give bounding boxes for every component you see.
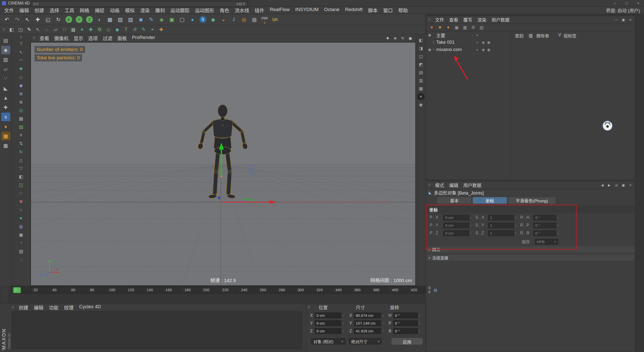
stepper-icon[interactable]: ↕ [470, 231, 471, 235]
collapsed-section[interactable]: ▸ 四元 [426, 246, 635, 253]
workplane-icon[interactable]: ▱ [1, 65, 10, 73]
gear-tool-icon[interactable]: ⚙ [96, 26, 104, 33]
menu-item[interactable]: 选择 [47, 7, 62, 14]
s-input[interactable]: 1 [488, 223, 514, 228]
rotation-input[interactable]: 0 ° [393, 313, 418, 318]
y-axis-lock-icon[interactable]: Y [74, 15, 84, 24]
stepper-icon[interactable]: ↕ [419, 314, 420, 317]
material-menu-item[interactable]: 创建 [16, 304, 31, 311]
loop-cut-icon[interactable]: ◎ [17, 106, 25, 114]
search-icon[interactable]: ◎ [614, 183, 619, 188]
stepper-icon[interactable]: ↕ [515, 231, 516, 235]
child-take-icon[interactable]: ■ [437, 24, 443, 30]
realflow-icon[interactable]: S [198, 15, 208, 24]
menu-item[interactable]: 角色 [217, 7, 232, 14]
knife-tool-icon[interactable]: ◇ [17, 73, 25, 81]
star-tool-icon[interactable]: ✶ [78, 26, 86, 33]
stepper-icon[interactable]: ↕ [382, 322, 384, 325]
timeline-ruler[interactable]: 0204060801001201401601802002202402602803… [12, 286, 425, 294]
top-view-icon[interactable]: ◩ [417, 61, 425, 68]
plane-tool-icon[interactable]: ▣ [17, 231, 25, 239]
takes-menu-item[interactable]: 查看 [447, 16, 461, 23]
snap-enabled-icon[interactable]: S [1, 113, 10, 121]
stepper-icon[interactable]: ↕ [342, 314, 344, 317]
take-row[interactable]: ⊗ └ mixamo.com ● ◉ ▣ [426, 46, 512, 53]
layout-icon[interactable]: ◧ [8, 26, 16, 33]
dual-view-icon[interactable]: ◨ [417, 45, 425, 52]
subdivision-surface-icon[interactable]: ◈ [157, 15, 166, 24]
half-tool-icon[interactable]: ◧ [17, 173, 25, 181]
menu-item[interactable]: 帮助 [395, 7, 411, 14]
loop-tool-icon[interactable]: ↺ [131, 26, 139, 33]
make-editable-icon[interactable]: ▤ [1, 36, 10, 45]
help-icon[interactable]: ? [17, 40, 25, 48]
quarter-tool-icon[interactable]: ◔ [17, 239, 25, 247]
add-tool-icon[interactable]: ✚ [17, 65, 25, 73]
viewport-menu-item[interactable]: ProRender [130, 35, 158, 41]
marquee-icon[interactable]: ▱ [52, 26, 60, 33]
psr-badge[interactable]: PSR0 [260, 15, 269, 24]
z-axis-lock-icon[interactable]: Z [85, 15, 94, 24]
menu-item[interactable]: 工具 [62, 7, 77, 14]
takes-menu-item[interactable]: 覆写 [461, 16, 475, 23]
viewport-canvas[interactable]: Number of emitters: 0 Total live particl… [31, 42, 416, 286]
menu-item[interactable]: 运动跟踪 [168, 7, 192, 14]
tri-tool-icon[interactable]: △ [17, 156, 25, 164]
takes-grip[interactable]: ⠿ [428, 18, 431, 22]
stepper-icon[interactable]: ↕ [557, 216, 558, 219]
select-tool-icon[interactable]: ↖ [17, 48, 25, 56]
menu-item[interactable]: 窗口 [380, 7, 395, 14]
x-axis-lock-icon[interactable]: X [64, 15, 73, 24]
take-camera-icon[interactable]: ◉ [480, 40, 486, 44]
polygon-pen-icon[interactable]: ✎ [25, 26, 33, 33]
add-cube-icon[interactable]: ■ [136, 15, 146, 24]
flip-tool-icon[interactable]: ▽ [17, 164, 25, 172]
override-dot-icon[interactable]: ● [474, 41, 480, 44]
sphere-tool-icon[interactable]: ● [17, 214, 25, 222]
camera-icon[interactable]: ▣ [454, 24, 460, 30]
size-mode-select[interactable]: 绝对尺寸 ▾ [349, 338, 382, 344]
rotate-tool-icon[interactable]: ↻ [54, 15, 63, 24]
gear-icon[interactable]: ⚙ [470, 24, 476, 30]
history-forward-icon[interactable]: ▶ [607, 183, 612, 188]
ring-tool-icon[interactable]: ◌ [17, 256, 25, 263]
points-mode-icon[interactable]: ∵ [1, 74, 10, 83]
coordinates-section-header[interactable]: 坐标 [426, 206, 635, 213]
stepper-icon[interactable]: ↕ [382, 314, 384, 317]
take-column-header[interactable]: 类别 [515, 32, 524, 39]
render-view-icon[interactable]: ▦ [105, 15, 115, 24]
order-select[interactable]: HPB ▾ [535, 239, 558, 245]
magnet-icon[interactable]: ◓ [148, 26, 157, 33]
material-menu-item[interactable]: 编辑 [31, 304, 46, 311]
stepper-icon[interactable]: ↕ [342, 322, 344, 325]
layout-b-icon[interactable]: ▥ [417, 77, 425, 84]
delete-tool-icon[interactable]: ✖ [17, 198, 25, 205]
attribute-tab[interactable]: 平滑着色(Phong) [508, 197, 556, 204]
s-input[interactable]: 1 [488, 215, 514, 221]
qr-badge[interactable]: QR [270, 15, 280, 24]
position-input[interactable]: 0 cm [315, 328, 341, 334]
material-list-area[interactable] [12, 311, 302, 349]
arc-tool-icon[interactable]: ◠ [17, 57, 25, 64]
override-dot-icon[interactable]: ● [474, 48, 480, 51]
r-input[interactable]: 0 ° [533, 215, 556, 221]
material-menu-item[interactable]: 功能 [46, 304, 61, 311]
position-input[interactable]: 0 cm [315, 320, 341, 326]
add-spline-icon[interactable]: ✎ [146, 15, 156, 24]
axis-icon[interactable]: ✚ [1, 103, 10, 112]
viewport-menu-item[interactable]: 查看 [37, 35, 52, 41]
lock-icon[interactable]: ▣ [621, 183, 626, 188]
scale-tool-icon[interactable]: ◱ [43, 15, 53, 24]
take-column-header[interactable]: 拥有者 [536, 32, 549, 39]
render-queue-icon[interactable]: ▨ [126, 15, 135, 24]
viewport-solo-icon[interactable]: ● [1, 122, 10, 131]
take-row[interactable]: └ Take 001 ● ◉ ▣ [426, 39, 512, 46]
stepper-icon[interactable]: ↕ [342, 329, 344, 333]
menu-item[interactable]: 插件 [252, 7, 267, 14]
texture-mode-icon[interactable]: ▨ [1, 55, 10, 64]
menu-item[interactable]: 创建 [32, 7, 47, 14]
viewport-menu-item[interactable]: 面板 [115, 35, 130, 41]
extrude-tool-icon[interactable]: ◆ [17, 81, 25, 89]
menu-item[interactable]: RealFlow [267, 7, 292, 14]
layout-c-icon[interactable]: ▦ [417, 85, 425, 92]
